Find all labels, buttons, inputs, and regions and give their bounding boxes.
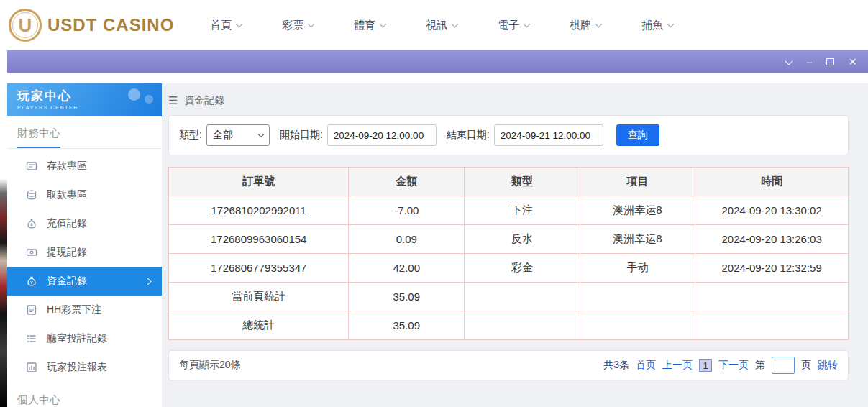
jump-prefix-text: 第 [755,359,765,372]
sidebar-item-label: 玩家投注報表 [47,361,107,374]
table-row: 1726809963060154 0.09 反水 澳洲幸运8 2024-09-2… [169,225,849,254]
nav-item-sports[interactable]: 體育 [354,19,385,32]
deposit-icon [26,160,37,172]
table-cell [695,283,849,311]
poker-chip-icon [128,88,140,101]
table-row-page-summary: 當前頁統計 35.09 [169,283,849,311]
sidebar-item-hh-lottery-bet[interactable]: HH彩票下注 [7,296,162,324]
sidebar-item-label: 取款專區 [47,188,87,201]
lottery-bet-icon [26,304,37,316]
logo-monogram: U [19,14,32,37]
room-bet-record-icon [26,333,37,344]
filter-bar: 類型: 全部 開始日期: 結束日期: 查詢 [168,115,849,155]
type-label: 類型: [179,129,202,142]
table-cell [580,311,695,340]
prev-page-link[interactable]: 上一页 [662,359,693,372]
end-date-input[interactable] [494,124,603,146]
sidebar-section-personal: 個人中心 [7,382,162,407]
nav-item-fishing[interactable]: 捕魚 [641,19,673,32]
hamburger-icon[interactable]: ☰ [168,94,178,107]
search-button[interactable]: 查詢 [616,124,659,146]
sidebar-item-fund-record[interactable]: 資金記錄 [7,267,162,296]
sidebar-item-withdrawal-record[interactable]: 提現記錄 [7,238,162,267]
col-header-type: 類型 [465,168,580,196]
col-header-order-no: 訂單號 [169,168,349,196]
table-cell [465,311,580,340]
table-cell: 35.09 [349,311,465,340]
background-photo-strip [0,50,7,407]
total-count-text: 共3条 [603,359,629,372]
sidebar-item-label: 充值記錄 [47,217,87,230]
chevron-down-icon [524,21,531,28]
page-title: 資金記錄 [184,94,224,107]
table-cell: 澳洲幸运8 [580,225,695,254]
chevron-down-icon [258,132,264,137]
table-cell: 下注 [465,196,580,225]
table-cell: 澳洲幸运8 [580,196,695,225]
table-cell: 1726809963060154 [169,225,349,254]
chevron-down-icon [667,21,675,28]
sidebar-item-player-report[interactable]: 玩家投注報表 [7,353,162,382]
sidebar-item-label: 存款專區 [47,160,87,173]
section-label-personal[interactable]: 個人中心 [17,393,60,406]
table-cell: 35.09 [349,283,465,311]
col-header-amount: 金額 [349,168,465,196]
table-cell: 42.00 [349,254,465,283]
sidebar-menu: 存款專區 取款專區 充值記錄 提現記錄 資金記錄 [7,149,162,382]
nav-label: 捕魚 [641,19,663,32]
nav-item-home[interactable]: 首頁 [210,19,242,32]
table-cell: 2024-09-20 13:30:02 [695,196,849,225]
sidebar-item-deposit-area[interactable]: 存款專區 [7,152,162,180]
page-jump-input[interactable] [772,357,795,374]
sidebar-item-label: 提現記錄 [47,246,87,259]
collapse-button[interactable] [786,60,792,64]
nav-item-electronic[interactable]: 電子 [498,19,529,32]
logo-badge-icon: U [9,9,42,42]
maximize-icon [826,58,834,65]
nav-item-video[interactable]: 視訊 [426,19,457,32]
maximize-button[interactable] [826,58,834,65]
sidebar-header: 玩家中心 PLAYERS CENTER [7,83,162,116]
chevron-down-icon [595,21,603,28]
table-cell: 手动 [580,254,695,283]
nav-label: 首頁 [210,19,232,32]
chevron-down-icon [452,21,459,28]
table-row: 1726810202992011 -7.00 下注 澳洲幸运8 2024-09-… [169,196,849,225]
sidebar-item-recharge-record[interactable]: 充值記錄 [7,209,162,238]
sidebar-item-label: HH彩票下注 [47,303,101,316]
ball-icon [145,95,153,104]
table-cell [695,311,849,340]
chevron-down-icon [785,57,792,65]
current-page-button[interactable]: 1 [699,359,712,372]
section-label-finance[interactable]: 財務中心 [17,127,60,148]
minimize-button[interactable]: − [806,57,813,68]
type-select[interactable]: 全部 [206,124,270,146]
col-header-time: 時間 [695,168,849,196]
site-logo[interactable]: U USDT CASINO [9,9,174,42]
jump-button[interactable]: 跳转 [818,359,838,372]
first-page-link[interactable]: 首页 [636,359,656,372]
start-date-input[interactable] [327,124,437,146]
table-cell: 總統計 [169,311,349,340]
sidebar-item-label: 廳室投註記錄 [47,332,107,345]
next-page-link[interactable]: 下一页 [718,359,749,372]
sidebar-item-withdraw-area[interactable]: 取款專區 [7,180,162,209]
sidebar-section-finance: 財務中心 [7,116,162,149]
withdrawal-record-icon [26,247,37,258]
fund-record-table: 訂單號 金額 類型 項目 時間 1726810202992011 -7.00 下… [168,167,849,340]
table-cell [580,283,695,311]
nav-label: 體育 [354,19,375,32]
close-button[interactable]: × [849,55,856,68]
breadcrumb: ☰ 資金記錄 [168,88,849,114]
sidebar-subtitle: PLAYERS CENTER [17,105,152,110]
chevron-down-icon [236,21,243,28]
nav-item-lottery[interactable]: 彩票 [282,19,314,32]
chevron-down-icon [380,21,387,28]
chevron-down-icon [308,21,315,28]
nav-item-chess[interactable]: 棋牌 [570,19,601,32]
table-cell [465,283,580,311]
page-size-text: 每頁顯示20條 [179,359,241,372]
table-cell: 彩金 [465,254,580,283]
table-cell: 2024-09-20 12:32:59 [695,254,849,283]
sidebar-item-room-bet-record[interactable]: 廳室投註記錄 [7,324,162,353]
